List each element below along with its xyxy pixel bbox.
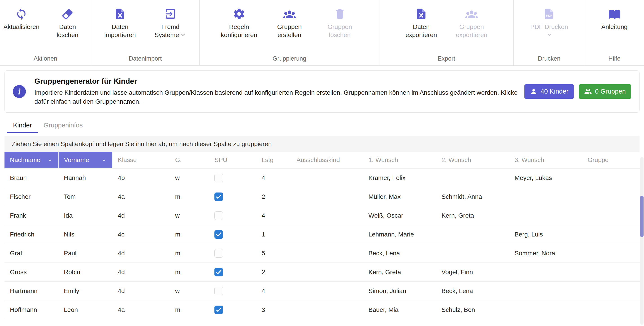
cell-klasse: 4a (112, 187, 170, 206)
cell-lstg: 5 (256, 244, 291, 263)
cell-wunsch-2: Schmidt, Anna (436, 187, 509, 206)
column-header-gruppe[interactable]: Gruppe (582, 152, 642, 168)
cell-wunsch-3: Sommer, Nora (509, 244, 582, 263)
cell-klasse: 4d (112, 206, 170, 225)
ribbon-group-caption: Aktionen (0, 52, 91, 65)
cell-spu (209, 225, 256, 244)
column-header-spu[interactable]: SPU (209, 152, 256, 168)
ribbon-button-label: Gruppen löschen (320, 23, 360, 39)
cell-wunsch-3 (509, 187, 582, 206)
daten-exportieren-button[interactable]: Daten exportieren (397, 5, 446, 42)
import-icon (164, 8, 177, 20)
cell-spu (209, 168, 256, 187)
ribbon-button-label: Regeln konfigurieren (219, 23, 259, 39)
spu-checkbox[interactable] (214, 230, 223, 239)
ribbon-group-export: Daten exportierenGruppen exportierenExpo… (380, 0, 514, 65)
spu-checkbox[interactable] (214, 287, 223, 295)
column-header-ausschlusskind[interactable]: Ausschlusskind (291, 152, 363, 168)
cell-ausschlusskind (291, 168, 363, 187)
column-header-wunsch-2[interactable]: 2. Wunsch (436, 152, 509, 168)
cell-lstg: 2 (256, 263, 291, 282)
people-two-icon (584, 88, 592, 95)
cell-geschlecht: m (170, 225, 209, 244)
badge-label: 0 Gruppen (595, 88, 626, 95)
ribbon-button-label: Gruppen erstellen (270, 23, 310, 39)
fremd-systeme-button[interactable]: Fremd Systeme (146, 5, 195, 43)
trash-icon (334, 8, 346, 20)
table-row[interactable]: HoffmannLeon4am3Bauer, MiaSchulz, Ben (4, 301, 642, 319)
tab-kinder[interactable]: Kinder (7, 119, 38, 132)
40-kinder-badge[interactable]: 40 Kinder (524, 84, 574, 99)
cell-wunsch-3: Berg, Luis (509, 225, 582, 244)
column-header-wunsch-3[interactable]: 3. Wunsch (509, 152, 582, 168)
eraser-icon (61, 8, 74, 20)
table-row[interactable]: GrafPaul4dm5Beck, LenaSommer, Nora (4, 244, 642, 263)
toolbar-ribbon: AktualisierenDaten löschenAktionenDaten … (0, 0, 644, 65)
cell-gruppe (582, 206, 642, 225)
cell-wunsch-1: Bauer, Mia (363, 301, 436, 319)
daten-importieren-button[interactable]: Daten importieren (96, 5, 144, 42)
cell-vorname: Hannah (58, 168, 112, 187)
cell-wunsch-2 (436, 168, 509, 187)
ribbon-button-label: PDF Drucken (529, 23, 569, 40)
tab-gruppeninfos[interactable]: Gruppeninfos (38, 119, 88, 132)
cell-wunsch-3 (509, 206, 582, 225)
table-row[interactable]: FriedrichNils4cm1Lehmann, MarieBerg, Lui… (4, 225, 642, 244)
ribbon-group-drucken: PDFPDF DruckenDrucken (514, 0, 585, 65)
cell-vorname: Robin (58, 263, 112, 282)
sort-asc-icon (101, 157, 107, 163)
column-label: Vorname (64, 156, 89, 163)
table-row[interactable]: HartmannEmily4dw4Simon, JulianBeck, Lena (4, 282, 642, 301)
spu-checkbox[interactable] (214, 211, 223, 220)
0-gruppen-badge[interactable]: 0 Gruppen (579, 84, 631, 99)
cell-klasse: 4d (112, 244, 170, 263)
cell-ausschlusskind (291, 244, 363, 263)
main-content: i Gruppengenerator für Kinder Importiere… (0, 65, 644, 319)
aktualisieren-button[interactable]: Aktualisieren (0, 5, 43, 34)
table-row[interactable]: GrossRobin4dm2Kern, GretaVogel, Finn (4, 263, 642, 282)
column-header-vorname[interactable]: Vorname (58, 152, 112, 168)
cell-geschlecht: w (170, 282, 209, 301)
cell-vorname: Ida (58, 206, 112, 225)
table-row[interactable]: FischerTom4am2Müller, MaxSchmidt, Anna (4, 187, 642, 206)
cell-wunsch-1: Lehmann, Marie (363, 225, 436, 244)
ribbon-group-caption: Datenimport (91, 52, 200, 65)
column-header-lstg[interactable]: Lstg (256, 152, 291, 168)
ribbon-button-label: Daten löschen (49, 23, 86, 39)
ribbon-button-label: Daten exportieren (401, 23, 441, 39)
cell-wunsch-2: Vogel, Finn (436, 263, 509, 282)
cell-gruppe (582, 187, 642, 206)
cell-geschlecht: m (170, 187, 209, 206)
ribbon-group-caption: Gruppierung (200, 52, 379, 65)
spu-checkbox[interactable] (214, 192, 223, 201)
group-by-hint: Ziehen Sie einen Spaltenkopf und legen S… (4, 136, 640, 152)
column-header-wunsch-1[interactable]: 1. Wunsch (363, 152, 436, 168)
cell-wunsch-3 (509, 301, 582, 319)
column-header-klasse[interactable]: Klasse (112, 152, 170, 168)
gruppen-erstellen-button[interactable]: Gruppen erstellen (265, 5, 314, 42)
vertical-scrollbar[interactable] (640, 157, 644, 325)
cell-geschlecht: m (170, 301, 209, 319)
ribbon-button-label: Aktualisieren (3, 23, 39, 31)
anleitung-button[interactable]: Anleitung (594, 5, 635, 34)
cell-lstg: 4 (256, 168, 291, 187)
badge-label: 40 Kinder (540, 88, 568, 95)
table-row[interactable]: FrankIda4dw4Weiß, OscarKern, Greta (4, 206, 642, 225)
scrollbar-thumb[interactable] (640, 196, 644, 237)
column-header-nachname[interactable]: Nachname (4, 152, 58, 168)
cell-wunsch-1: Kramer, Felix (363, 168, 436, 187)
spu-checkbox[interactable] (214, 268, 223, 276)
spu-checkbox[interactable] (214, 249, 223, 258)
tab-bar: KinderGruppeninfos (4, 119, 640, 132)
ribbon-group-datenimport: Daten importierenFremd SystemeDatenimpor… (91, 0, 200, 65)
spu-checkbox[interactable] (214, 174, 223, 182)
daten-löschen-button[interactable]: Daten löschen (44, 5, 91, 42)
ribbon-group-caption: Hilfe (585, 52, 644, 65)
cell-nachname: Frank (4, 206, 58, 225)
spu-checkbox[interactable] (214, 306, 223, 314)
table-row[interactable]: BraunHannah4bw4Kramer, FelixMeyer, Lukas (4, 168, 642, 187)
column-header-geschlecht[interactable]: G. (170, 152, 209, 168)
regeln-konfigurieren-button[interactable]: Regeln konfigurieren (215, 5, 264, 42)
cell-geschlecht: m (170, 263, 209, 282)
cell-wunsch-2 (436, 244, 509, 263)
